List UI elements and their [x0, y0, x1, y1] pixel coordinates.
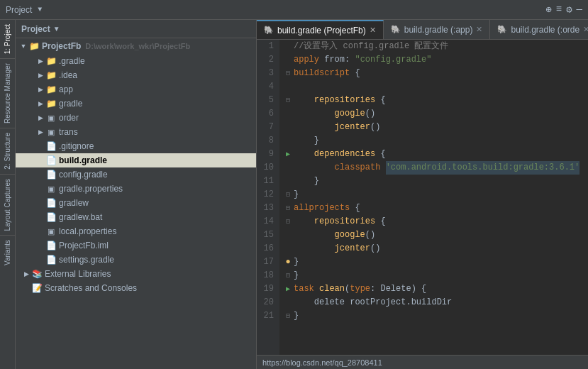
- gradlewbat-label: gradlew.bat: [59, 212, 102, 222]
- gutter-14: ⊟: [282, 215, 294, 228]
- tab3-close-icon[interactable]: ✕: [583, 25, 588, 34]
- tree-item-idea[interactable]: ▶ 📁 .idea: [16, 68, 256, 82]
- code-line-9: ▶ dependencies {: [282, 148, 585, 161]
- root-label: ProjectFb: [42, 41, 81, 51]
- tree-item-scratches[interactable]: 📝 Scratches and Consoles: [16, 281, 256, 295]
- code-line-15: google(): [282, 228, 585, 242]
- gradle2-arrow-icon: ▶: [35, 100, 45, 107]
- tab1-close-icon[interactable]: ✕: [370, 26, 376, 35]
- top-bar: Project ▼ ⊕ ≡ ⚙ —: [0, 0, 588, 20]
- extlibs-arrow-icon: ▶: [21, 270, 31, 277]
- tree-item-gradlew[interactable]: 📄 gradlew: [16, 196, 256, 210]
- chevron-down-icon[interactable]: ▼: [38, 6, 42, 13]
- gradleprops-file-icon: ▣: [45, 184, 57, 194]
- tree-item-projectiml[interactable]: 📄 ProjectFb.iml: [16, 238, 256, 253]
- idea-label: .idea: [59, 70, 77, 80]
- order-arrow-icon: ▶: [35, 114, 45, 121]
- code-line-17: ● }: [282, 255, 585, 269]
- project-header-label: Project: [21, 24, 50, 34]
- gear-icon[interactable]: ⚙: [566, 4, 572, 16]
- gitignore-file-icon: 📄: [45, 141, 57, 151]
- menu-icon[interactable]: ≡: [556, 4, 562, 16]
- header-chevron-icon[interactable]: ▼: [53, 25, 60, 33]
- sync-icon[interactable]: ⊕: [545, 4, 551, 16]
- scratches-icon: 📝: [31, 283, 43, 293]
- app-arrow-icon: ▶: [35, 86, 45, 93]
- sidebar-strip-resource[interactable]: Resource Manager: [2, 59, 13, 128]
- gutter-18: ⊟: [282, 269, 294, 282]
- root-folder-icon: 📁: [28, 41, 40, 51]
- gradlew-label: gradlew: [59, 198, 89, 208]
- project-tree: ▼ 📁 ProjectFb D:\work\work_wkr\ProjectFb…: [16, 38, 256, 369]
- code-line-20: delete rootProject.buildDir: [282, 296, 585, 309]
- project-panel-header: Project ▼: [16, 20, 256, 38]
- tab-buildgradle-app[interactable]: 🐘 build.gradle (:app) ✕: [384, 20, 491, 39]
- projectiml-label: ProjectFb.iml: [59, 241, 109, 250]
- tab2-label: build.gradle (:app): [404, 25, 473, 35]
- code-line-18: ⊟ }: [282, 269, 585, 282]
- gutter-19[interactable]: ▶: [282, 282, 294, 296]
- sidebar-strip-structure[interactable]: 2: Structure: [2, 128, 13, 174]
- extlibs-icon: 📚: [31, 269, 43, 279]
- buildgradle-file-icon: 📄: [45, 155, 57, 165]
- code-line-6: google(): [282, 107, 585, 121]
- tab2-icon: 🐘: [391, 25, 401, 34]
- gutter-17: ●: [282, 255, 294, 269]
- sidebar-strip-project[interactable]: 1: Project: [2, 20, 13, 58]
- buildgradle-label: build.gradle: [59, 155, 107, 165]
- code-line-13: ⊟ allprojects {: [282, 202, 585, 215]
- tab1-icon: 🐘: [264, 26, 274, 35]
- tree-item-app[interactable]: ▶ 📁 app: [16, 82, 256, 97]
- order-gradle-icon: ▣: [45, 114, 57, 123]
- code-line-4: [282, 80, 585, 94]
- gradle2-folder-icon: 📁: [45, 99, 57, 109]
- app-label: app: [59, 84, 73, 94]
- minimize-icon[interactable]: —: [577, 4, 582, 16]
- gutter-12: ⊟: [282, 188, 294, 202]
- tree-item-gradlewbat[interactable]: 📄 gradlew.bat: [16, 210, 256, 224]
- gutter-21: ⊟: [282, 309, 294, 323]
- tree-item-gradleprops[interactable]: ▣ gradle.properties: [16, 182, 256, 196]
- left-sidebar-strip: 1: Project Resource Manager 2: Structure…: [0, 20, 16, 369]
- localprops-label: local.properties: [59, 226, 116, 236]
- tree-item-configgradle[interactable]: 📄 config.gradle: [16, 167, 256, 182]
- sidebar-strip-variants[interactable]: Variants: [2, 236, 13, 270]
- idea-arrow-icon: ▶: [35, 72, 45, 79]
- settingsgradle-label: settings.gradle: [59, 255, 114, 265]
- tree-item-order[interactable]: ▶ ▣ order: [16, 111, 256, 125]
- tree-item-gitignore[interactable]: 📄 .gitignore: [16, 139, 256, 153]
- gutter-5: ⊟: [282, 94, 294, 107]
- gradle-label: .gradle: [59, 56, 85, 66]
- tab2-close-icon[interactable]: ✕: [476, 25, 482, 34]
- sidebar-strip-layout[interactable]: Layout Captures: [2, 175, 13, 235]
- tree-item-extlibs[interactable]: ▶ 📚 External Libraries: [16, 267, 256, 281]
- project-panel: Project ▼ ▼ 📁 ProjectFb D:\work\work_wkr…: [16, 20, 257, 369]
- idea-folder-icon: 📁: [45, 70, 57, 80]
- tree-item-settingsgradle[interactable]: 📄 settings.gradle: [16, 253, 256, 267]
- tree-root[interactable]: ▼ 📁 ProjectFb D:\work\work_wkr\ProjectFb: [16, 38, 256, 54]
- project-title[interactable]: Project: [6, 5, 32, 15]
- tree-item-localprops[interactable]: ▣ local.properties: [16, 224, 256, 238]
- code-content[interactable]: //设置导入 config.gradle 配置文件 apply from: "c…: [279, 40, 588, 355]
- tab-buildgradle-projectfb[interactable]: 🐘 build.gradle (ProjectFb) ✕: [257, 20, 384, 39]
- gutter-9[interactable]: ▶: [282, 148, 294, 161]
- tree-item-gradle[interactable]: ▶ 📁 .gradle: [16, 54, 256, 68]
- projectiml-file-icon: 📄: [45, 241, 57, 250]
- root-arrow-icon: ▼: [18, 43, 28, 50]
- tree-item-gradle2[interactable]: ▶ 📁 gradle: [16, 97, 256, 111]
- status-url: https://blog.csdn.net/qq_28708411: [262, 358, 382, 367]
- tree-item-trans[interactable]: ▶ ▣ trans: [16, 125, 256, 139]
- extlibs-label: External Libraries: [45, 269, 111, 279]
- code-editor[interactable]: 1 2 3 4 5 6 7 8 9 10 11 12 13 14 15 16 1…: [257, 40, 588, 355]
- code-line-2: apply from: "config.gradle": [282, 53, 585, 67]
- tree-item-buildgradle[interactable]: 📄 build.gradle: [16, 153, 256, 167]
- tab1-label: build.gradle (ProjectFb): [277, 26, 366, 35]
- code-line-10: classpath 'com.android.tools.build:gradl…: [282, 161, 585, 175]
- code-line-1: //设置导入 config.gradle 配置文件: [282, 40, 585, 53]
- gradle2-label: gradle: [59, 99, 82, 109]
- scratches-label: Scratches and Consoles: [45, 283, 137, 293]
- code-line-5: ⊟ repositories {: [282, 94, 585, 107]
- tab-buildgradle-order[interactable]: 🐘 build.gradle (:orde ✕: [490, 20, 588, 39]
- trans-label: trans: [59, 127, 78, 137]
- status-bar: https://blog.csdn.net/qq_28708411: [257, 355, 588, 369]
